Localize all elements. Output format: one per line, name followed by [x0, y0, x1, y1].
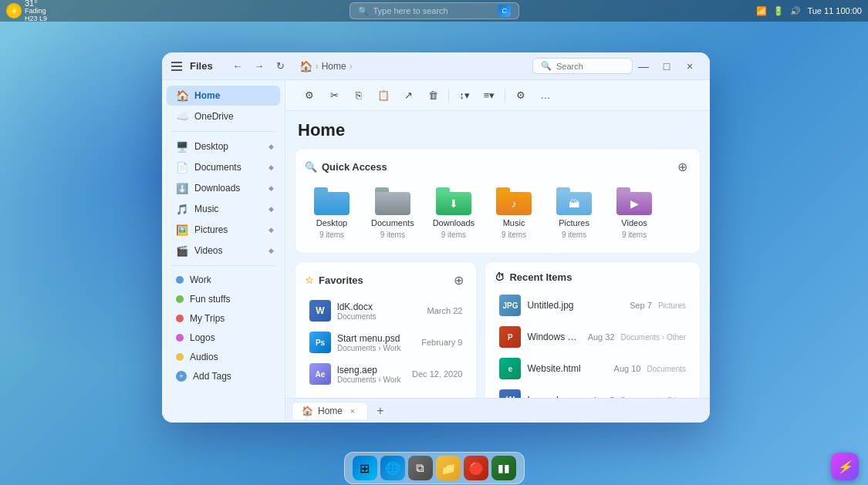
window-search-input[interactable]	[556, 62, 626, 71]
quick-action-button[interactable]: ⚡	[831, 453, 859, 480]
refresh-button[interactable]: ↻	[272, 57, 290, 76]
titlebar-search[interactable]: 🔍	[532, 58, 633, 74]
toolbar-options-btn[interactable]: ⚙	[509, 84, 532, 107]
sidebar-item-music[interactable]: 🎵 Music ◆	[167, 199, 280, 219]
recent-item-html[interactable]: e Website.html Aug 10 Documents	[495, 354, 691, 383]
toolbar-delete-btn[interactable]: 🗑	[421, 84, 444, 107]
back-button[interactable]: ←	[228, 57, 247, 76]
dock-browser[interactable]: 🔴	[464, 456, 488, 480]
folder-pictures[interactable]: 🏔 Pictures 9 items	[547, 183, 601, 244]
dock-edge[interactable]: 🌐	[380, 456, 405, 480]
address-current[interactable]: Home	[322, 61, 346, 72]
minimize-button[interactable]: —	[633, 56, 654, 77]
favorites-star-icon: ☆	[305, 274, 314, 286]
sidebar-item-fun[interactable]: Fun stuffs	[167, 290, 280, 308]
taskbar-search[interactable]: 🔍 C	[350, 2, 519, 19]
favorites-title: ☆ Favorites	[305, 274, 363, 286]
pictures-folder-icon: 🖼️	[176, 224, 188, 236]
downloads-folder-icon: ⬇️	[176, 182, 188, 194]
tab-close-home[interactable]: ×	[347, 406, 358, 416]
taskbar-left: ☀ 31° Fading H23 L9	[6, 0, 47, 23]
wifi-icon: 📶	[756, 6, 767, 16]
folder-documents[interactable]: Documents 9 items	[365, 183, 420, 244]
recent-item-jpg[interactable]: JPG Untitled.jpg Sep 7 Pictures	[495, 291, 691, 320]
favorites-add-btn[interactable]: ⊕	[450, 271, 467, 288]
sidebar-item-onedrive[interactable]: ☁️ OneDrive	[167, 106, 280, 126]
sidebar-item-trips[interactable]: My Trips	[167, 309, 280, 328]
maximize-button[interactable]: □	[656, 56, 677, 77]
folder-icon-music: ♪	[496, 187, 532, 215]
address-chevron2: ›	[350, 61, 353, 72]
file-name-pptx: Windows Nothing.pptx	[527, 332, 581, 342]
sidebar-item-audios[interactable]: Audios	[167, 348, 280, 366]
file-item-ldk[interactable]: W ldK.docx Documents March 22	[305, 296, 467, 325]
sidebar-item-logos[interactable]: Logos	[167, 328, 280, 347]
music-folder-icon: 🎵	[176, 203, 188, 215]
file-location-html: Documents	[647, 365, 686, 373]
file-info-psd: Start menu.psd Documents › Work	[337, 333, 415, 352]
file-icon-aep: Ae	[309, 363, 331, 385]
sidebar-item-downloads[interactable]: ⬇️ Downloads ◆	[167, 178, 280, 198]
file-date-psd: February 9	[421, 338, 462, 347]
toolbar-copy-btn[interactable]: ⎘	[347, 84, 370, 107]
weather-widget[interactable]: ☀ 31° Fading H23 L9	[6, 0, 47, 23]
dock-files[interactable]: 📁	[436, 456, 461, 480]
folder-downloads[interactable]: ⬇ Downloads 9 items	[427, 183, 481, 244]
sidebar-item-videos[interactable]: 🎬 Videos ◆	[167, 241, 280, 261]
tab-home[interactable]: 🏠 Home ×	[292, 402, 368, 419]
sidebar-item-add-tags[interactable]: + Add Tags	[167, 367, 280, 386]
folder-icon-videos: ▶	[616, 187, 652, 215]
toolbar-settings-btn[interactable]: ⚙	[298, 84, 321, 107]
recent-item-docx[interactable]: W Lorem Ipsum.docx Aug 5 Documents › Oth…	[495, 386, 691, 398]
toolbar-paste-btn[interactable]: 📋	[372, 84, 395, 107]
address-bar: 🏠 › Home ›	[299, 60, 523, 72]
toolbar-share-btn[interactable]: ↗	[397, 84, 420, 107]
file-date-html: Aug 10	[614, 364, 641, 373]
file-path-psd: Documents › Work	[337, 344, 415, 352]
address-chevron: ›	[316, 61, 319, 72]
file-icon-pptx: P	[499, 326, 521, 348]
sidebar-item-pictures[interactable]: 🖼️ Pictures ◆	[167, 220, 280, 240]
recent-title: ⏱ Recent Items	[495, 271, 572, 283]
sidebar-item-desktop[interactable]: 🖥️ Desktop ◆	[167, 136, 280, 157]
titlebar-nav: ← → ↻	[228, 57, 290, 76]
folder-icon-pictures: 🏔	[556, 187, 592, 215]
sidebar-label-documents: Documents	[194, 162, 241, 173]
file-info-pptx: Windows Nothing.pptx	[527, 332, 581, 342]
documents-folder-icon: 📄	[176, 161, 188, 173]
quick-action-icon: ⚡	[837, 460, 853, 474]
dock-start[interactable]: ⊞	[353, 456, 377, 480]
taskbar-search-input[interactable]	[373, 6, 494, 15]
close-button[interactable]: ×	[679, 56, 701, 77]
folder-music[interactable]: ♪ Music 9 items	[487, 183, 541, 244]
dock-clipboard[interactable]: ⧉	[408, 456, 433, 480]
folder-icon-documents	[375, 187, 410, 215]
folder-desktop[interactable]: Desktop 9 items	[305, 183, 359, 244]
toolbar-sort-btn[interactable]: ↕▾	[453, 84, 476, 107]
sidebar-label-fun: Fun stuffs	[190, 294, 230, 305]
folder-videos[interactable]: ▶ Videos 9 items	[607, 183, 661, 244]
file-date-pptx: Aug 32	[588, 332, 615, 342]
tab-home-icon: 🏠	[302, 406, 313, 416]
pin-icon-docs: ◆	[269, 163, 274, 171]
file-name-psd: Start menu.psd	[337, 333, 415, 344]
tab-add-btn[interactable]: +	[371, 402, 390, 420]
file-date-ldk: March 22	[427, 306, 463, 315]
tag-trips	[176, 315, 184, 322]
recent-item-pptx[interactable]: P Windows Nothing.pptx Aug 32 Documents …	[495, 322, 691, 352]
forward-button[interactable]: →	[250, 57, 269, 76]
toolbar-view-btn[interactable]: ≡▾	[478, 84, 501, 107]
toolbar-more-btn[interactable]: …	[534, 84, 557, 107]
toolbar-cut-btn[interactable]: ✂	[323, 84, 346, 107]
pin-icon-dl: ◆	[269, 184, 274, 192]
dock-terminal[interactable]: ▮▮	[491, 456, 516, 480]
toolbar: ⚙ ✂ ⎘ 📋 ↗ 🗑 ↕▾ ≡▾ ⚙ …	[285, 80, 710, 111]
quick-access-add-btn[interactable]: ⊕	[674, 158, 691, 175]
hamburger-menu[interactable]	[171, 62, 182, 71]
sidebar-item-documents[interactable]: 📄 Documents ◆	[167, 157, 280, 177]
sidebar-item-home[interactable]: 🏠 Home	[167, 86, 280, 106]
sidebar-label-pictures: Pictures	[194, 224, 228, 235]
file-item-psd[interactable]: Ps Start menu.psd Documents › Work Febru…	[305, 328, 467, 357]
sidebar-item-work[interactable]: Work	[167, 271, 280, 289]
file-item-aep[interactable]: Ae lseng.aep Documents › Work Dec 12, 20…	[305, 359, 467, 389]
